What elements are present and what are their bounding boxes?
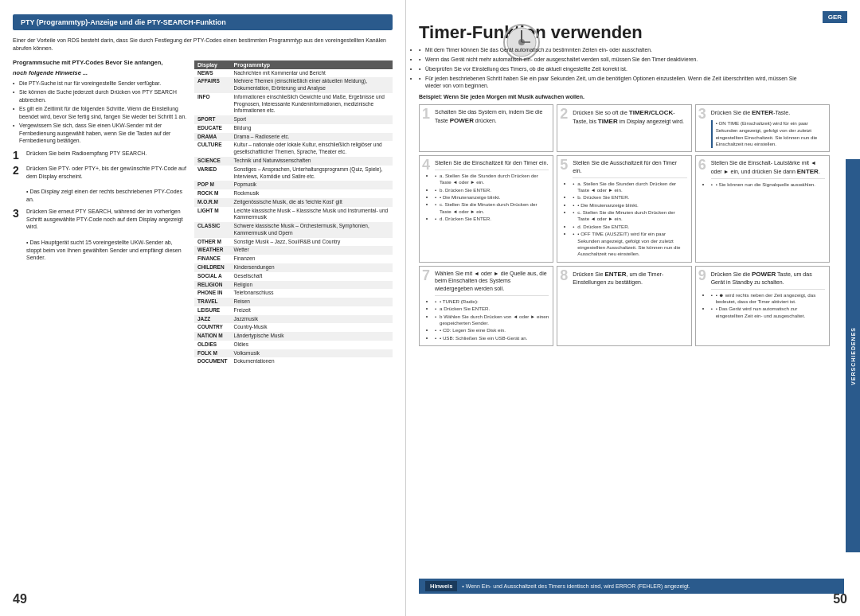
table-cell-display: CHILDREN xyxy=(194,263,231,272)
table-cell-display: FINANCE xyxy=(194,255,231,263)
hinweis-label: Hinweis xyxy=(425,581,457,591)
table-cell-desc: Kindersendungen xyxy=(231,263,393,272)
table-cell-display: WEATHER xyxy=(194,246,231,255)
step-2: 2 Drücken Sie PTY- oder PTY+, bis der ge… xyxy=(13,165,188,204)
table-cell-display: OLDIES xyxy=(194,341,231,349)
step-num-3: 3 xyxy=(13,208,22,219)
step-box-num-6: 6 xyxy=(698,158,706,172)
table-cell-display: SOCIAL A xyxy=(194,272,231,281)
intro-bullet: Für jeden beschriebenen Schritt haben Si… xyxy=(419,75,814,91)
table-cell-desc: Popmusik xyxy=(231,181,393,189)
intro-bullet: Wenn das Gerät nicht mehr automatisch ei… xyxy=(419,56,814,64)
step-box-5: 5 Stellen Sie die Ausschaltzeit für den … xyxy=(557,155,691,263)
step-box-content-1: Schalten Sie das System ein, indem Sie d… xyxy=(424,108,549,125)
table-row: FINANCEFinanzen xyxy=(194,255,393,263)
table-cell-desc: Drama – Radioserie etc. xyxy=(231,133,393,142)
step-box-8: 8 Drücken Sie ENTER, um die Timer-Einste… xyxy=(557,266,691,347)
table-cell-display: INFO xyxy=(194,93,231,115)
table-cell-display: OTHER M xyxy=(194,238,231,247)
table-cell-desc: Sonstiges – Ansprachen, Unterhaltungspro… xyxy=(231,166,393,181)
hinweis-text: • Wenn Ein- und Ausschaltzeit des Timers… xyxy=(462,583,690,589)
intro-bullet: Mit dem Timer können Sie das Gerät autom… xyxy=(419,46,814,54)
table-cell-desc: Nachrichten mit Kommentar und Bericht xyxy=(231,69,393,78)
step-box-notes-9: • ☻ wird rechts neben der Zeit angezeigt… xyxy=(711,289,825,319)
step-box-content-7: Wählen Sie mit ◄ oder ► die Quelle aus, … xyxy=(424,270,549,342)
table-row: WEATHERWetter xyxy=(194,246,393,255)
step-1: 1 Drücken Sie beim Radioempfang PTY SEAR… xyxy=(13,150,188,161)
table-cell-display: COUNTRY xyxy=(194,323,231,332)
table-col-display: Display xyxy=(194,60,231,69)
step-box-notes-6: • Sie können nun die Signalquelle auswäh… xyxy=(711,178,825,188)
step-box-6: 6 Stellen Sie die Einschalt- Lautstärke … xyxy=(695,155,830,263)
pty-header: PTY (Programmtyp)-Anzeige und die PTY-SE… xyxy=(13,14,393,30)
table-cell-desc: Jazzmusik xyxy=(231,315,393,324)
table-cell-desc: Sport xyxy=(231,115,393,124)
table-cell-display: SCIENCE xyxy=(194,157,231,166)
table-cell-display: DOCUMENT xyxy=(194,357,231,366)
step-box-2: 2 Drücken Sie so oft die TIMER/CLOCK-Tas… xyxy=(557,104,691,152)
step-box-num-8: 8 xyxy=(560,268,568,283)
note-item: b. Drücken Sie ENTER. xyxy=(573,194,686,201)
table-cell-desc: Kultur – nationale oder lokale Kultur, e… xyxy=(231,141,393,157)
table-cell-desc: Dokumentationen xyxy=(231,357,393,366)
pty-intro: Einer der Vorteile von RDS besteht darin… xyxy=(13,37,393,53)
table-cell-display: M.O.R.M xyxy=(194,198,231,207)
table-cell-desc: Zeitgenössische Musik, die als 'leichte … xyxy=(231,198,393,207)
table-row: EDUCATEBildung xyxy=(194,124,393,133)
table-cell-desc: Mehrere Themen (einschließlich einer akt… xyxy=(231,77,393,93)
note-item: a. Stellen Sie die Stunden durch Drücken… xyxy=(573,181,686,194)
table-cell-desc: Reisen xyxy=(231,298,393,306)
table-row: LEISUREFreizeit xyxy=(194,306,393,315)
step-text-1: Drücken Sie beim Radioempfang PTY SEARCH… xyxy=(26,150,147,158)
verschiedenes-label: VERSCHIEDENES xyxy=(850,327,856,385)
step-box-notes-4: a. Stellen Sie die Stunden durch Drücken… xyxy=(435,170,549,223)
note-item: • Die Minutenanzeige blinkt. xyxy=(573,202,686,209)
table-row: ROCK MRockmusik xyxy=(194,189,393,198)
timer-intro: Mit dem Timer können Sie das Gerät autom… xyxy=(419,46,830,90)
note-item: a. Stellen Sie die Stunden durch Drücken… xyxy=(435,173,549,186)
table-row: DRAMADrama – Radioserie etc. xyxy=(194,133,393,142)
left-page-number: 49 xyxy=(13,592,27,606)
table-cell-desc: Telefonanschluss xyxy=(231,289,393,298)
table-cell-display: JAZZ xyxy=(194,315,231,324)
hinweis-bar: Hinweis • Wenn Ein- und Ausschaltzeit de… xyxy=(419,579,844,594)
table-cell-display: AFFAIRS xyxy=(194,77,231,93)
table-cell-display: NATION M xyxy=(194,332,231,341)
table-cell-desc: Gesellschaft xyxy=(231,272,393,281)
hints-title: Programmsuche mit PTY-Codes Bevor Sie an… xyxy=(13,59,188,66)
note-item: • TUNER (Radio): xyxy=(435,298,549,305)
table-cell-display: NEWS xyxy=(194,69,231,78)
hint-item: Es gilt ein Zeitlimit für die folgenden … xyxy=(13,105,188,120)
table-row: RELIGIONReligion xyxy=(194,281,393,290)
table-row: TRAVELReisen xyxy=(194,298,393,306)
steps-bottom: 7 Wählen Sie mit ◄ oder ► die Quelle aus… xyxy=(419,266,830,347)
table-cell-display: VARIED xyxy=(194,166,231,181)
note-item: • OFF TIME (AUSZEIT) wird für ein paar S… xyxy=(573,231,686,257)
table-cell-display: EDUCATE xyxy=(194,124,231,133)
hint-list: Die PTY-Suche ist nur für voreingestellt… xyxy=(13,80,188,145)
table-cell-desc: Schwere klassische Musik – Orchestermusi… xyxy=(231,222,393,238)
pty-table: Display Programmtyp NEWSNachrichten mit … xyxy=(194,60,393,367)
step-box-num-2: 2 xyxy=(560,107,568,121)
table-row: NEWSNachrichten mit Kommentar und Berich… xyxy=(194,69,393,78)
table-cell-display: DRAMA xyxy=(194,133,231,142)
table-row: CLASSICSchwere klassische Musik – Orches… xyxy=(194,222,393,238)
note-item: • Sie können nun die Signalquelle auswäh… xyxy=(711,181,825,188)
step-box-num-3: 3 xyxy=(698,107,706,121)
note-item: b Wählen Sie durch Drücken von ◄ oder ► … xyxy=(435,314,549,327)
step-num-1: 1 xyxy=(13,150,22,161)
note-item: d. Drücken Sie ENTER. xyxy=(573,224,686,230)
note-item: c. Stellen Sie die Minuten durch Drücken… xyxy=(435,201,549,215)
step-box-7: 7 Wählen Sie mit ◄ oder ► die Quelle aus… xyxy=(419,266,553,347)
verschiedenes-sidebar: VERSCHIEDENES xyxy=(846,159,860,552)
table-cell-display: RELIGION xyxy=(194,281,231,290)
table-cell-display: CULTURE xyxy=(194,141,231,157)
note-item: a Drücken Sie ENTER. xyxy=(435,306,549,312)
step-box-content-6: Stellen Sie die Einschalt- Lautstärke mi… xyxy=(700,159,825,188)
table-cell-display: LEISURE xyxy=(194,306,231,315)
step-box-num-4: 4 xyxy=(422,158,430,172)
right-page-number: 50 xyxy=(833,592,847,606)
table-cell-desc: Sonstige Musik – Jazz, Soul/R&B und Coun… xyxy=(231,238,393,247)
intro-bullet: Überprüfen Sie vor Einstellung des Timer… xyxy=(419,65,814,73)
right-page: GER VERSCHIEDENES Timer-Funktion verwend… xyxy=(406,0,860,616)
